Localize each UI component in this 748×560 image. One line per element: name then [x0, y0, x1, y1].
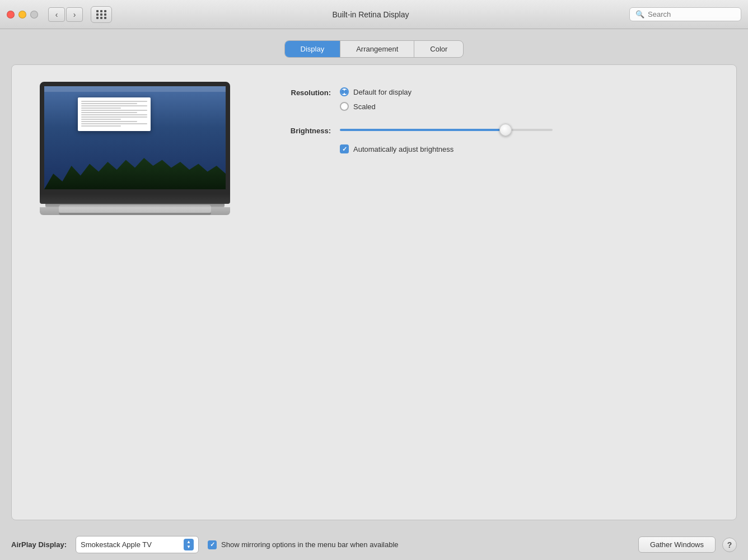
close-button[interactable] — [7, 11, 15, 18]
dropdown-down-arrow: ▼ — [186, 545, 191, 549]
tab-display[interactable]: Display — [285, 41, 341, 57]
auto-brightness-checkbox-container[interactable]: ✓ Automatically adjust brightness — [340, 144, 454, 153]
brightness-label: Brightness: — [269, 125, 331, 135]
screen-document — [78, 97, 151, 131]
dropdown-up-arrow: ▲ — [186, 540, 191, 544]
airplay-dropdown[interactable]: Smokestack Apple TV ▲ ▼ — [76, 536, 199, 553]
dropdown-arrows-icon: ▲ ▼ — [184, 539, 194, 550]
search-input[interactable] — [648, 10, 732, 18]
macbook-base — [40, 207, 230, 215]
minimize-button[interactable] — [18, 11, 26, 18]
gather-windows-button[interactable]: Gather Windows — [638, 536, 716, 553]
settings-controls: Resolution: Default for display Scaled — [269, 82, 714, 153]
resolution-default-option[interactable]: Default for display — [340, 87, 412, 96]
resolution-scaled-label: Scaled — [353, 102, 376, 111]
grid-button[interactable] — [91, 6, 112, 23]
auto-brightness-checkbox[interactable]: ✓ — [340, 144, 349, 153]
tab-arrangement[interactable]: Arrangement — [340, 41, 414, 57]
resolution-default-label: Default for display — [353, 88, 412, 96]
brightness-row: Brightness: — [269, 124, 714, 136]
mirroring-row: ✓ Show mirroring options in the menu bar… — [208, 540, 629, 549]
forward-button[interactable]: › — [66, 7, 83, 22]
mirroring-checkbox-container[interactable]: ✓ Show mirroring options in the menu bar… — [208, 540, 399, 549]
back-button[interactable]: ‹ — [48, 7, 65, 22]
bottom-bar: AirPlay Display: Smokestack Apple TV ▲ ▼… — [0, 529, 748, 560]
auto-brightness-row: ✓ Automatically adjust brightness — [340, 144, 714, 153]
macbook-screen — [40, 82, 230, 194]
maximize-button[interactable] — [30, 11, 38, 18]
macbook — [40, 82, 230, 215]
tab-bar: Display Arrangement Color — [11, 40, 737, 58]
resolution-controls: Default for display Scaled — [340, 87, 412, 111]
brightness-slider-thumb[interactable] — [499, 124, 512, 136]
titlebar: ‹ › Built-in Retina Display 🔍 — [0, 0, 748, 29]
bottom-right: Gather Windows ? — [638, 536, 737, 553]
macbook-chin — [40, 194, 230, 204]
search-box[interactable]: 🔍 — [629, 7, 741, 21]
resolution-row: Resolution: Default for display Scaled — [269, 87, 714, 111]
mirroring-label: Show mirroring options in the menu bar w… — [221, 540, 399, 549]
window-title: Built-in Retina Display — [116, 10, 625, 19]
resolution-scaled-option[interactable]: Scaled — [340, 102, 412, 111]
mirroring-checkbox[interactable]: ✓ — [208, 540, 217, 549]
checkbox-check-icon: ✓ — [342, 146, 347, 153]
brightness-slider-track — [340, 129, 553, 131]
resolution-default-radio[interactable] — [340, 87, 349, 96]
screen-content — [44, 86, 226, 189]
mirroring-check-icon: ✓ — [210, 541, 215, 548]
macbook-dock — [59, 205, 211, 213]
main-content: Display Arrangement Color — [0, 29, 748, 529]
auto-brightness-label: Automatically adjust brightness — [353, 145, 454, 153]
settings-panel: Resolution: Default for display Scaled — [11, 64, 737, 520]
macbook-illustration — [34, 82, 236, 215]
help-button[interactable]: ? — [722, 538, 737, 552]
nav-buttons: ‹ › — [48, 7, 83, 22]
search-icon: 🔍 — [635, 10, 644, 18]
screen-menubar — [44, 86, 226, 92]
brightness-slider-container[interactable] — [340, 124, 553, 136]
tab-color[interactable]: Color — [414, 41, 463, 57]
resolution-scaled-radio[interactable] — [340, 102, 349, 111]
airplay-label: AirPlay Display: — [11, 540, 67, 549]
tabs: Display Arrangement Color — [284, 40, 464, 58]
screen-trees — [44, 150, 226, 189]
resolution-label: Resolution: — [269, 87, 331, 97]
airplay-value: Smokestack Apple TV — [81, 540, 179, 549]
traffic-lights — [7, 11, 38, 18]
